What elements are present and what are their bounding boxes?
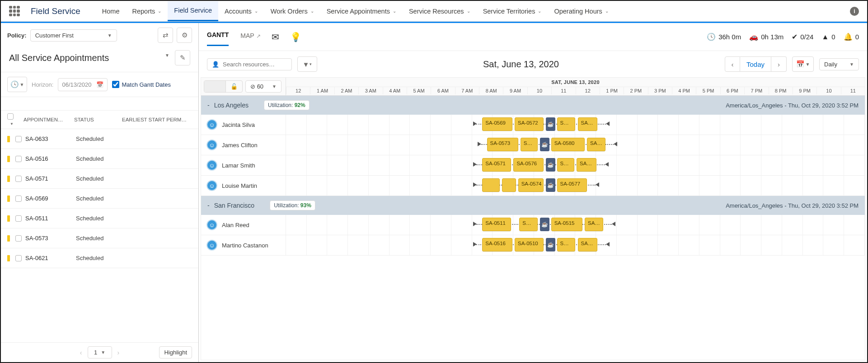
scale-select[interactable]: Daily▼ [819, 58, 859, 70]
select-all-checkbox[interactable] [7, 113, 14, 120]
nav-work-orders[interactable]: Work Orders⌄ [264, 1, 320, 21]
highlight-button[interactable]: Highlight [159, 346, 192, 358]
resource-name[interactable]: Jacinta Silva [222, 121, 255, 128]
resource-name[interactable]: Martino Castanon [222, 242, 268, 249]
appointment-block[interactable]: S… [557, 238, 576, 251]
avatar[interactable]: ☺ [206, 240, 217, 251]
break-block[interactable] [540, 138, 549, 151]
appointment-block[interactable]: SA… [577, 158, 596, 172]
tab-map[interactable]: MAP↗ [240, 28, 260, 46]
appointment-block[interactable]: S… [557, 158, 574, 172]
nav-field-service[interactable]: Field Service [168, 1, 218, 21]
gear-icon[interactable]: ⚙ [177, 28, 192, 43]
listview-chevron-icon[interactable]: ▼ [162, 50, 172, 65]
table-row[interactable]: SA-0573 Scheduled [1, 228, 198, 248]
appointment-block[interactable]: SA… [578, 238, 598, 251]
table-row[interactable]: SA-0621 Scheduled [1, 248, 198, 268]
avatar[interactable]: ☺ [206, 119, 217, 130]
date-prev[interactable]: ‹ [725, 56, 740, 72]
gantt-lane[interactable]: SA-0516SA-0510S…SA… [286, 235, 865, 255]
break-block[interactable] [546, 117, 555, 131]
row-checkbox[interactable] [15, 156, 22, 162]
appointment-block[interactable]: SA-0577 [557, 178, 587, 192]
nav-service-appointments[interactable]: Service Appointments⌄ [320, 1, 403, 21]
appointment-block[interactable]: SA-0511 [482, 218, 511, 231]
territory-header[interactable]: - Los Angeles Utilization: 92% America/L… [201, 96, 865, 115]
appointment-block[interactable]: SA-0571 [482, 158, 511, 172]
gantt-lane[interactable]: SA-0574SA-0577 [286, 176, 865, 195]
nav-service-resources[interactable]: Service Resources⌄ [403, 1, 477, 21]
appointment-block[interactable] [482, 178, 499, 192]
horizon-date-input[interactable]: 06/13/2020 📅 [58, 78, 107, 91]
table-row[interactable]: SA-0569 Scheduled [1, 189, 198, 209]
row-checkbox[interactable] [15, 176, 22, 182]
gantt-lane[interactable]: SA-0571SA-0576S…SA… [286, 155, 865, 175]
policy-select[interactable]: Customer First ▼ [30, 29, 117, 42]
avatar[interactable]: ☺ [206, 180, 217, 191]
col-status[interactable]: STATUS [74, 117, 118, 122]
table-row[interactable]: SA-0571 Scheduled [1, 169, 198, 189]
appointment-block[interactable]: SA… [585, 218, 603, 231]
nav-accounts[interactable]: Accounts⌄ [218, 1, 264, 21]
row-checkbox[interactable] [15, 235, 22, 242]
row-checkbox[interactable] [15, 136, 22, 142]
bulb-icon[interactable]: 💡 [290, 32, 301, 42]
row-checkbox[interactable] [15, 195, 22, 202]
break-block[interactable] [546, 158, 555, 172]
avatar[interactable]: ☺ [206, 219, 217, 230]
appointment-block[interactable]: SA-0574 [518, 178, 544, 192]
snap-select[interactable]: ⊘ 60▼ [245, 80, 282, 93]
collapse-icon[interactable]: - [207, 202, 210, 209]
appointment-block[interactable]: SA… [578, 117, 598, 131]
calendar-button[interactable]: 📅 ▼ [792, 56, 814, 72]
nav-service-territories[interactable]: Service Territories⌄ [477, 1, 548, 21]
today-button[interactable]: Today [740, 56, 771, 72]
tab-gantt[interactable]: GANTT [207, 28, 229, 46]
match-gantt-checkbox[interactable]: Match Gantt Dates [112, 81, 171, 88]
appointment-block[interactable]: SA-0572 [515, 117, 544, 131]
resource-name[interactable]: James Clifton [222, 142, 258, 149]
break-block[interactable] [546, 238, 555, 251]
row-checkbox[interactable] [15, 215, 22, 222]
appointment-block[interactable] [502, 178, 516, 192]
resource-name[interactable]: Lamar Smith [222, 162, 255, 169]
appointment-block[interactable]: S… [557, 117, 576, 131]
date-next[interactable]: › [771, 56, 787, 72]
nav-home[interactable]: Home [96, 1, 126, 21]
collapse-icon[interactable]: - [207, 102, 210, 109]
avatar[interactable]: ☺ [206, 160, 217, 171]
gantt-lane[interactable]: SA-0511S…SA-0515SA… [286, 215, 865, 235]
appointment-block[interactable]: SA-0516 [482, 238, 512, 251]
envelope-icon[interactable]: ✉ [272, 32, 279, 42]
break-block[interactable] [546, 178, 555, 192]
gantt-lane[interactable]: SA-0573S…SA-0580SA… [286, 135, 865, 155]
nav-reports[interactable]: Reports⌄ [126, 1, 168, 21]
page-select[interactable]: 1▼ [88, 346, 112, 358]
filter-button[interactable]: ▼▾ [297, 56, 317, 72]
search-resources-input[interactable]: 👤 Search resources… [207, 58, 292, 70]
avatar[interactable]: ☺ [206, 140, 217, 150]
break-block[interactable] [540, 218, 549, 231]
appointment-block[interactable]: SA… [587, 138, 605, 151]
appointment-block[interactable]: SA-0515 [551, 218, 582, 231]
appointment-block[interactable]: SA-0510 [515, 238, 544, 251]
page-prev[interactable]: ‹ [80, 349, 82, 356]
resource-name[interactable]: Louise Martin [222, 182, 257, 189]
table-row[interactable]: SA-0511 Scheduled [1, 209, 198, 228]
appointment-block[interactable]: SA-0580 [551, 138, 585, 151]
col-appointment[interactable]: APPOINTMEN… [23, 117, 70, 122]
col-earliest[interactable]: EARLIEST START PERM… [122, 117, 192, 122]
page-next[interactable]: › [117, 349, 120, 356]
appointment-block[interactable]: SA-0569 [482, 117, 512, 131]
time-menu[interactable]: 🕓 ▼ [7, 77, 27, 92]
info-icon[interactable]: i [850, 7, 859, 16]
swap-icon[interactable]: ⇄ [158, 28, 173, 43]
appointment-block[interactable]: S… [521, 138, 538, 151]
appointment-block[interactable]: SA-0576 [513, 158, 544, 172]
territory-header[interactable]: - San Francisco Utilization: 93% America… [201, 196, 865, 215]
nav-operating-hours[interactable]: Operating Hours⌄ [548, 1, 615, 21]
appointment-block[interactable]: S… [519, 218, 538, 231]
row-checkbox[interactable] [15, 255, 22, 261]
appointment-block[interactable]: SA-0573 [487, 138, 518, 151]
gantt-lane[interactable]: SA-0569SA-0572S…SA… [286, 115, 865, 135]
